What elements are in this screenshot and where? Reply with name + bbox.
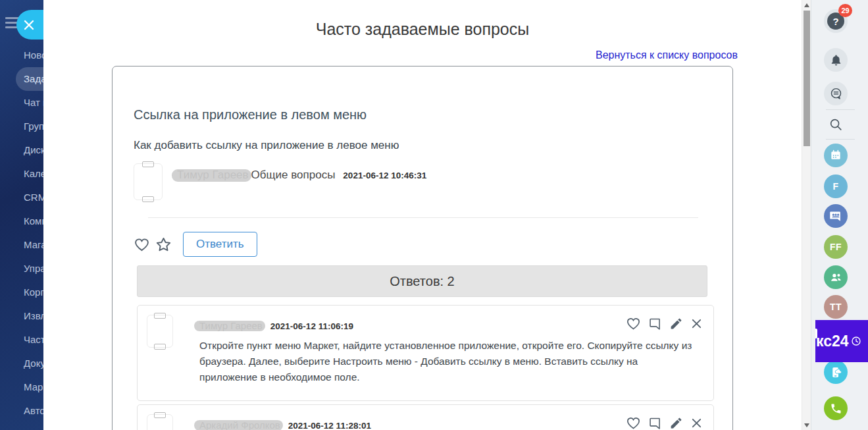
- answer-timestamp: 2021-06-12 11:28:01: [288, 421, 371, 430]
- sidebar-item[interactable]: Чат и: [0, 91, 43, 115]
- collapse-menu-button[interactable]: [16, 10, 43, 40]
- sidebar-item[interactable]: Извл: [0, 304, 43, 328]
- calendar-icon: [829, 149, 842, 162]
- telephony-button[interactable]: [824, 396, 848, 420]
- phone-icon: [830, 402, 842, 415]
- back-to-list-link[interactable]: Вернуться к списку вопросов: [596, 49, 738, 61]
- scrollbar-thumb[interactable]: [804, 11, 810, 146]
- banner-logo-text: кс24: [816, 333, 849, 350]
- like-heart-icon[interactable]: [626, 416, 641, 430]
- avatar-initials: F: [832, 181, 838, 192]
- left-sidebar: Ново Зада Чат и Груп Диск Кале CRM Комп …: [0, 0, 43, 430]
- answer-actions: [626, 316, 703, 331]
- sidebar-item[interactable]: Част: [0, 328, 43, 352]
- question-timestamp: 2021-06-12 10:46:31: [343, 171, 426, 180]
- calendar-button[interactable]: [824, 144, 848, 167]
- question-category-link[interactable]: Общие вопросы: [251, 169, 336, 182]
- answer-actions: [626, 416, 703, 430]
- avatar-initials: FF: [830, 242, 842, 252]
- avatar-tt[interactable]: TT: [824, 295, 848, 319]
- avatar-f[interactable]: F: [824, 175, 848, 198]
- question-title: Ссылка на приложение в левом меню: [134, 107, 711, 122]
- favorite-star-icon[interactable]: [155, 236, 172, 253]
- bell-icon: [830, 54, 842, 67]
- clock-icon: [851, 336, 861, 346]
- sidebar-item[interactable]: CRM: [0, 186, 43, 209]
- answer-timestamp: 2021-06-12 11:06:19: [270, 321, 353, 331]
- avatar: [147, 414, 173, 430]
- avatar: [147, 315, 173, 348]
- page-title: Часто задаваемые вопросы: [43, 20, 802, 39]
- sidebar-item-active[interactable]: Зада: [16, 67, 43, 91]
- chat-lines-icon: [829, 87, 843, 101]
- avatar: [134, 163, 163, 200]
- sidebar-item[interactable]: Груп: [0, 115, 43, 138]
- sidebar-item[interactable]: Диск: [0, 138, 43, 162]
- right-rail: ? 29 F: [811, 0, 868, 430]
- scroll-up-arrow[interactable]: [804, 3, 809, 7]
- divider: [148, 217, 698, 218]
- question-card: Ссылка на приложение в левом меню Как до…: [112, 66, 733, 430]
- banner-edge-mark: [815, 329, 817, 338]
- mobile-app-button[interactable]: [824, 360, 848, 384]
- question-author-row: Тимур Гареев Общие вопросы 2021-06-12 10…: [134, 163, 711, 200]
- sidebar-item[interactable]: Мага: [0, 233, 43, 257]
- answer-card: Тимур Гареев 2021-06-12 11:06:19 Откройт…: [137, 305, 714, 401]
- mobile-cloud-icon: [829, 365, 843, 379]
- scroll-down-arrow[interactable]: [804, 423, 809, 427]
- search-icon: [829, 117, 843, 132]
- avatar-initials: TT: [830, 302, 842, 312]
- sidebar-item[interactable]: Кале: [0, 162, 43, 186]
- answers-count-bar: Ответов: 2: [137, 265, 707, 297]
- sidebar-item[interactable]: Корп: [0, 281, 43, 304]
- edit-pencil-icon[interactable]: [669, 416, 683, 430]
- sidebar-item[interactable]: Ново: [0, 43, 43, 67]
- group-chat-button[interactable]: [824, 204, 848, 228]
- sidebar-item[interactable]: Авто: [0, 399, 43, 423]
- comment-icon[interactable]: [648, 416, 662, 430]
- sidebar-item[interactable]: Комп: [0, 209, 43, 233]
- answer-card: Аркадий Фролков 2021-06-12 11:28:01: [137, 404, 714, 430]
- avatar-ff[interactable]: FF: [824, 235, 848, 259]
- comment-icon[interactable]: [648, 317, 662, 331]
- divider: [826, 109, 855, 110]
- delete-x-icon[interactable]: [690, 417, 703, 429]
- divider: [826, 139, 855, 140]
- employees-button[interactable]: [824, 265, 848, 289]
- notifications-button[interactable]: [824, 48, 848, 72]
- answer-author-name: Тимур Гареев: [199, 320, 263, 331]
- reply-button[interactable]: Ответить: [183, 232, 257, 257]
- bitrix24-banner[interactable]: кс24: [815, 320, 868, 362]
- question-author-name: Тимур Гареев: [177, 169, 249, 182]
- question-actions-row: Ответить: [134, 232, 711, 257]
- answer-text: Откройте пункт меню Маркет, найдите уста…: [199, 338, 698, 385]
- group-chat-icon: [829, 209, 843, 223]
- sidebar-item[interactable]: Доку: [0, 352, 43, 375]
- notification-badge: 29: [838, 4, 852, 17]
- main-content: Часто задаваемые вопросы Вернуться к спи…: [43, 0, 802, 430]
- delete-x-icon[interactable]: [690, 317, 703, 330]
- like-heart-icon[interactable]: [134, 236, 150, 253]
- search-button[interactable]: [824, 113, 848, 136]
- answer-author-name: Аркадий Фролков: [199, 419, 280, 430]
- people-icon: [829, 271, 843, 284]
- app-window: { "header": { "title": "Часто задаваемые…: [0, 0, 868, 430]
- edit-pencil-icon[interactable]: [669, 317, 683, 331]
- question-subtitle: Как добавить ссылку на приложение в лево…: [134, 139, 711, 152]
- sidebar-menu: Ново Зада Чат и Груп Диск Кале CRM Комп …: [0, 43, 43, 423]
- like-heart-icon[interactable]: [626, 316, 641, 331]
- close-icon: [22, 18, 36, 32]
- sidebar-item[interactable]: Мар: [0, 375, 43, 399]
- vertical-scrollbar[interactable]: [802, 0, 811, 430]
- sidebar-item[interactable]: Упра: [0, 257, 43, 281]
- chat-button[interactable]: [824, 82, 848, 105]
